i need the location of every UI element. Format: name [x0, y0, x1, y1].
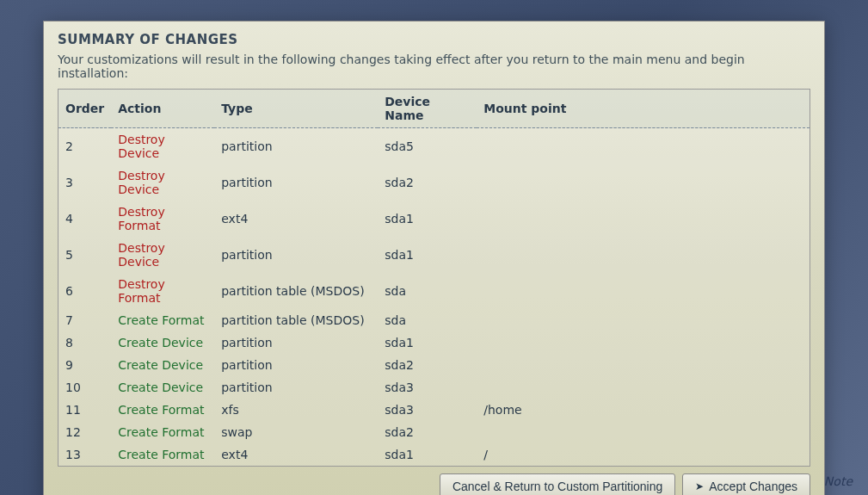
cell-action: Create Device [111, 331, 214, 354]
cell-type: partition table (MSDOS) [214, 309, 378, 331]
cell-device: sda1 [378, 237, 477, 273]
note-label: Note [824, 474, 853, 488]
cell-device: sda1 [378, 331, 477, 354]
cell-order: 7 [58, 309, 111, 331]
cell-type: ext4 [214, 443, 378, 466]
cell-action: Create Format [111, 399, 214, 421]
dialog-subtitle: Your customizations will result in the f… [58, 53, 810, 80]
cell-mount [477, 128, 810, 165]
cell-device: sda3 [378, 376, 477, 399]
cell-order: 4 [58, 201, 111, 237]
cell-type: partition [214, 237, 378, 273]
cell-mount: /home [477, 399, 810, 421]
table-row[interactable]: 3Destroy Devicepartitionsda2 [58, 164, 810, 201]
cell-order: 2 [58, 128, 111, 165]
cell-mount [477, 237, 810, 273]
cancel-button-label: Cancel & Return to Custom Partitioning [452, 480, 662, 493]
changes-table-container: Order Action Type Device Name Mount poin… [58, 89, 810, 467]
accept-button[interactable]: ➤ Accept Changes [682, 473, 810, 495]
cell-action: Destroy Format [111, 201, 214, 237]
changes-table: Order Action Type Device Name Mount poin… [58, 90, 810, 466]
cell-action: Create Format [111, 443, 214, 466]
accept-button-label: Accept Changes [709, 480, 797, 493]
summary-of-changes-dialog: SUMMARY OF CHANGES Your customizations w… [43, 21, 825, 495]
cursor-icon: ➤ [695, 480, 704, 492]
cell-device: sda5 [378, 128, 477, 165]
cell-type: xfs [214, 399, 378, 421]
cell-order: 6 [58, 273, 111, 309]
cell-device: sda [378, 273, 477, 309]
table-row[interactable]: 7Create Formatpartition table (MSDOS)sda [58, 309, 810, 331]
cell-action: Destroy Device [111, 237, 214, 273]
cell-device: sda1 [378, 443, 477, 466]
cell-order: 8 [58, 331, 111, 354]
cell-type: swap [214, 421, 378, 443]
cell-action: Create Device [111, 354, 214, 376]
table-row[interactable]: 5Destroy Devicepartitionsda1 [58, 237, 810, 273]
cell-device: sda2 [378, 354, 477, 376]
header-order[interactable]: Order [58, 90, 111, 128]
cell-order: 13 [58, 443, 111, 466]
cell-action: Destroy Format [111, 273, 214, 309]
cell-action: Create Device [111, 376, 214, 399]
table-row[interactable]: 9Create Devicepartitionsda2 [58, 354, 810, 376]
cell-device: sda2 [378, 164, 477, 201]
cell-device: sda1 [378, 201, 477, 237]
header-type[interactable]: Type [214, 90, 378, 128]
cell-order: 10 [58, 376, 111, 399]
cell-mount [477, 354, 810, 376]
cell-mount [477, 164, 810, 201]
table-row[interactable]: 13Create Formatext4sda1/ [58, 443, 810, 466]
cell-type: partition [214, 376, 378, 399]
table-row[interactable]: 4Destroy Formatext4sda1 [58, 201, 810, 237]
cell-order: 11 [58, 399, 111, 421]
cell-action: Create Format [111, 309, 214, 331]
cell-mount [477, 273, 810, 309]
table-header-row: Order Action Type Device Name Mount poin… [58, 90, 810, 128]
cell-mount [477, 201, 810, 237]
dialog-title: SUMMARY OF CHANGES [58, 32, 810, 47]
header-device[interactable]: Device Name [378, 90, 477, 128]
cell-mount [477, 331, 810, 354]
table-row[interactable]: 6Destroy Formatpartition table (MSDOS)sd… [58, 273, 810, 309]
cell-device: sda3 [378, 399, 477, 421]
cell-mount [477, 309, 810, 331]
cell-type: ext4 [214, 201, 378, 237]
table-row[interactable]: 11Create Formatxfssda3/home [58, 399, 810, 421]
cell-action: Destroy Device [111, 164, 214, 201]
dialog-button-row: Cancel & Return to Custom Partitioning ➤… [58, 473, 810, 495]
header-mount[interactable]: Mount point [477, 90, 810, 128]
table-row[interactable]: 8Create Devicepartitionsda1 [58, 331, 810, 354]
cell-order: 5 [58, 237, 111, 273]
cell-action: Destroy Device [111, 128, 214, 165]
cell-mount [477, 421, 810, 443]
cell-type: partition [214, 354, 378, 376]
cell-type: partition [214, 331, 378, 354]
cell-type: partition table (MSDOS) [214, 273, 378, 309]
cancel-button[interactable]: Cancel & Return to Custom Partitioning [440, 473, 675, 495]
cell-action: Create Format [111, 421, 214, 443]
cell-type: partition [214, 164, 378, 201]
table-row[interactable]: 2Destroy Devicepartitionsda5 [58, 128, 810, 165]
cell-order: 9 [58, 354, 111, 376]
cell-mount [477, 376, 810, 399]
cell-device: sda2 [378, 421, 477, 443]
cell-order: 12 [58, 421, 111, 443]
cell-mount: / [477, 443, 810, 466]
header-action[interactable]: Action [111, 90, 214, 128]
cell-order: 3 [58, 164, 111, 201]
table-row[interactable]: 12Create Formatswapsda2 [58, 421, 810, 443]
cell-device: sda [378, 309, 477, 331]
cell-type: partition [214, 128, 378, 165]
table-row[interactable]: 10Create Devicepartitionsda3 [58, 376, 810, 399]
